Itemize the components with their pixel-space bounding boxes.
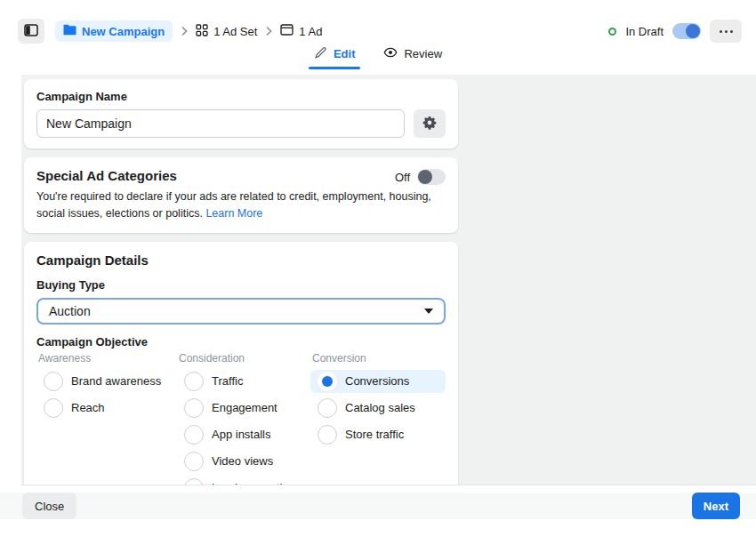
objective-columns: Awareness Brand awareness Reach Consider… [36, 352, 446, 485]
buying-type-value: Auction [49, 304, 91, 318]
ellipsis-icon [725, 30, 728, 33]
grid-icon [196, 24, 208, 39]
tab-edit-label: Edit [334, 47, 356, 60]
objective-option-catalog-sales[interactable]: Catalog sales [310, 397, 446, 420]
breadcrumb-campaign-label: New Campaign [82, 25, 165, 38]
objective-option-store-traffic[interactable]: Store traffic [310, 423, 446, 446]
toggle-knob [686, 24, 700, 38]
status-area: In Draft [608, 20, 742, 43]
radio-icon [318, 372, 337, 391]
main-content: Campaign Name Special Ad Categories [0, 75, 756, 485]
objective-option-reach[interactable]: Reach [36, 397, 177, 420]
radio-icon [184, 452, 204, 471]
campaign-name-row [36, 109, 446, 138]
folder-icon [63, 24, 76, 38]
radio-icon [184, 425, 204, 445]
objective-option-label: Reach [71, 401, 105, 414]
ellipsis-icon [730, 30, 733, 33]
ad-frame-icon [280, 24, 294, 38]
breadcrumb: New Campaign 1 Ad Set [55, 20, 322, 42]
edit-review-tabs: Edit Review [0, 44, 756, 69]
radio-icon [318, 425, 337, 445]
objective-option-list: Traffic Engagement App installs Video vi… [177, 370, 310, 485]
objective-column-header: Conversion [312, 352, 446, 365]
campaign-name-label: Campaign Name [36, 90, 446, 103]
sidebar-panel-icon [24, 24, 38, 39]
draft-status-icon [608, 28, 616, 36]
objective-option-list: Conversions Catalog sales Store traffic [310, 370, 446, 446]
card-column: Campaign Name Special Ad Categories [24, 79, 458, 485]
objective-option-lead-generation[interactable]: Lead generation [177, 477, 310, 485]
objective-column: Conversion Conversions Catalog sales Sto… [310, 352, 446, 485]
top-bar: New Campaign 1 Ad Set [0, 0, 756, 75]
name-settings-button[interactable] [414, 109, 446, 138]
objective-option-traffic[interactable]: Traffic [177, 370, 310, 393]
radio-icon [318, 398, 337, 418]
sidebar-toggle-button[interactable] [18, 19, 44, 44]
nav-row: New Campaign 1 Ad Set [18, 18, 742, 44]
special-ad-title: Special Ad Categories [36, 168, 177, 183]
buying-type-select[interactable]: Auction [36, 298, 446, 325]
ads-manager-window: New Campaign 1 Ad Set [0, 0, 756, 537]
objective-option-list: Brand awareness Reach [36, 370, 177, 420]
breadcrumb-ad[interactable]: 1 Ad [280, 24, 322, 38]
objective-option-brand-awareness[interactable]: Brand awareness [36, 370, 177, 393]
campaign-name-card: Campaign Name [24, 79, 458, 148]
objective-option-label: Store traffic [345, 428, 404, 441]
learn-more-link[interactable]: Learn More [205, 207, 262, 220]
objective-option-label: App installs [212, 428, 270, 441]
toggle-knob [418, 170, 432, 184]
objective-column: Awareness Brand awareness Reach [36, 352, 177, 485]
pencil-icon [314, 46, 327, 62]
footer-bar: Close Next [0, 485, 756, 537]
objective-option-conversions[interactable]: Conversions [310, 370, 446, 393]
campaign-objective-label: Campaign Objective [36, 335, 446, 349]
special-ad-header: Special Ad Categories Off [36, 168, 446, 185]
objective-option-label: Video views [212, 454, 273, 468]
radio-icon [44, 398, 63, 418]
objective-option-app-installs[interactable]: App installs [177, 423, 310, 446]
tab-review[interactable]: Review [382, 44, 444, 69]
caret-down-icon [424, 309, 433, 314]
gear-icon [422, 116, 437, 132]
radio-icon [44, 372, 63, 391]
objective-option-label: Brand awareness [71, 374, 161, 388]
breadcrumb-ad-label: 1 Ad [299, 25, 322, 38]
special-ad-toggle[interactable] [417, 169, 446, 185]
footer-band: Close Next [0, 493, 756, 519]
campaign-details-card: Campaign Details Buying Type Auction Cam… [24, 242, 458, 485]
breadcrumb-adset-label: 1 Ad Set [213, 25, 257, 38]
next-button[interactable]: Next [692, 493, 740, 519]
objective-option-video-views[interactable]: Video views [177, 450, 310, 473]
special-ad-toggle-label: Off [395, 171, 410, 184]
objective-column-header: Awareness [38, 352, 177, 365]
campaign-name-input[interactable] [36, 109, 405, 138]
objective-column-header: Consideration [179, 352, 310, 365]
objective-option-label: Traffic [212, 374, 243, 388]
objective-option-label: Conversions [345, 374, 409, 388]
radio-icon [184, 372, 204, 391]
eye-icon [383, 45, 398, 62]
chevron-right-icon [265, 26, 272, 36]
objective-column: Consideration Traffic Engagement App ins… [177, 352, 310, 485]
chevron-right-icon [181, 26, 188, 36]
tab-review-label: Review [404, 47, 442, 60]
close-button[interactable]: Close [22, 493, 76, 519]
tab-edit[interactable]: Edit [312, 44, 358, 69]
special-ad-description: You're required to declare if your ads a… [36, 188, 444, 222]
breadcrumb-adset[interactable]: 1 Ad Set [196, 24, 257, 39]
objective-option-engagement[interactable]: Engagement [177, 397, 310, 420]
objective-option-label: Engagement [212, 401, 277, 414]
more-options-button[interactable] [710, 20, 742, 43]
breadcrumb-campaign[interactable]: New Campaign [55, 20, 173, 42]
footer-divider [21, 485, 756, 485]
ellipsis-icon [720, 30, 722, 33]
radio-icon [184, 398, 204, 418]
editor-canvas: Campaign Name Special Ad Categories [21, 75, 756, 485]
special-ad-categories-card: Special Ad Categories Off You're require… [24, 157, 458, 233]
status-badge: In Draft [625, 25, 664, 38]
objective-option-label: Catalog sales [345, 401, 415, 414]
campaign-details-title: Campaign Details [36, 252, 446, 268]
draft-toggle[interactable] [672, 23, 701, 39]
special-ad-toggle-wrap: Off [395, 168, 446, 185]
